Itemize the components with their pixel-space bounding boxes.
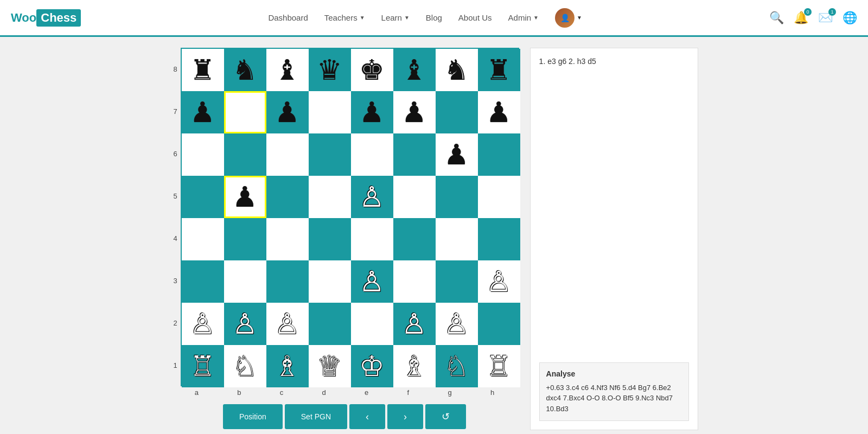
nav-admin[interactable]: Admin ▼ <box>508 13 539 22</box>
logo-woo: Woo <box>11 11 36 25</box>
square-g2[interactable]: ♙ <box>436 303 478 345</box>
square-e3[interactable]: ♙ <box>351 260 393 303</box>
square-a8[interactable]: ♜ <box>182 49 224 91</box>
square-f3[interactable] <box>393 260 436 303</box>
square-h5[interactable] <box>478 176 520 218</box>
square-e4[interactable] <box>351 218 393 260</box>
square-d5[interactable] <box>309 176 351 218</box>
square-d3[interactable] <box>309 260 351 303</box>
logo-chess: Chess <box>36 9 81 27</box>
square-b2[interactable]: ♙ <box>224 303 266 345</box>
main-content: 8 7 6 5 4 3 2 1 ♜♞♝♛♚♝♞♜♟♟♟♟♟♟♟♙♙♙♙♙♙♙♙♖… <box>0 37 868 434</box>
logo[interactable]: Woo Chess <box>11 9 81 27</box>
rank-4: 4 <box>173 234 177 242</box>
square-e5[interactable]: ♙ <box>351 176 393 218</box>
nav-about[interactable]: About Us <box>458 13 492 22</box>
search-button[interactable]: 🔍 <box>769 11 784 25</box>
square-b4[interactable] <box>224 218 266 260</box>
square-c2[interactable]: ♙ <box>266 303 309 345</box>
square-f8[interactable]: ♝ <box>393 49 436 91</box>
square-b3[interactable] <box>224 260 266 303</box>
file-a: a <box>195 388 199 397</box>
square-e7[interactable]: ♟ <box>351 91 393 133</box>
square-d1[interactable]: ♕ <box>309 345 351 387</box>
square-f1[interactable]: ♗ <box>393 345 436 387</box>
square-d4[interactable] <box>309 218 351 260</box>
square-g1[interactable]: ♘ <box>436 345 478 387</box>
board-wrapper: 8 7 6 5 4 3 2 1 ♜♞♝♛♚♝♞♜♟♟♟♟♟♟♟♙♙♙♙♙♙♙♙♖… <box>170 48 519 386</box>
header: Woo Chess Dashboard Teachers ▼ Learn ▼ B… <box>0 0 868 37</box>
square-c1[interactable]: ♗ <box>266 345 309 387</box>
square-e6[interactable] <box>351 133 393 176</box>
user-avatar-area[interactable]: 👤 ▼ <box>555 8 582 28</box>
square-g3[interactable] <box>436 260 478 303</box>
square-c7[interactable]: ♟ <box>266 91 309 133</box>
square-c3[interactable] <box>266 260 309 303</box>
square-h8[interactable]: ♜ <box>478 49 520 91</box>
square-g5[interactable] <box>436 176 478 218</box>
square-h1[interactable]: ♖ <box>478 345 520 387</box>
nav-teachers[interactable]: Teachers ▼ <box>324 13 365 22</box>
square-g7[interactable] <box>436 91 478 133</box>
square-d7[interactable] <box>309 91 351 133</box>
square-e2[interactable] <box>351 303 393 345</box>
square-g8[interactable]: ♞ <box>436 49 478 91</box>
square-f5[interactable] <box>393 176 436 218</box>
rank-6: 6 <box>173 150 177 158</box>
next-button[interactable]: › <box>387 404 423 429</box>
square-b5[interactable]: ♟ <box>224 176 266 218</box>
square-a4[interactable] <box>182 218 224 260</box>
square-b1[interactable]: ♘ <box>224 345 266 387</box>
square-h3[interactable]: ♙ <box>478 260 520 303</box>
set-pgn-button[interactable]: Set PGN <box>285 404 347 429</box>
square-a6[interactable] <box>182 133 224 176</box>
side-panel: 1. e3 g6 2. h3 d5 Analyse +0.63 3.c4 c6 … <box>530 48 698 430</box>
square-h4[interactable] <box>478 218 520 260</box>
nav-learn[interactable]: Learn ▼ <box>381 13 410 22</box>
chess-board: ♜♞♝♛♚♝♞♜♟♟♟♟♟♟♟♙♙♙♙♙♙♙♙♖♘♗♕♔♗♘♖ <box>181 48 519 386</box>
square-c4[interactable] <box>266 218 309 260</box>
square-c6[interactable] <box>266 133 309 176</box>
square-f7[interactable]: ♟ <box>393 91 436 133</box>
move-text: 1. e3 g6 2. h3 d5 <box>539 57 689 66</box>
square-b6[interactable] <box>224 133 266 176</box>
square-d6[interactable] <box>309 133 351 176</box>
square-d8[interactable]: ♛ <box>309 49 351 91</box>
notifications-button[interactable]: 🔔 0 <box>794 11 808 25</box>
square-a1[interactable]: ♖ <box>182 345 224 387</box>
square-h6[interactable] <box>478 133 520 176</box>
rank-8: 8 <box>173 65 177 73</box>
avatar-chevron-icon: ▼ <box>577 15 582 21</box>
square-b8[interactable]: ♞ <box>224 49 266 91</box>
square-h7[interactable]: ♟ <box>478 91 520 133</box>
square-f2[interactable]: ♙ <box>393 303 436 345</box>
file-c: c <box>280 388 284 397</box>
square-e8[interactable]: ♚ <box>351 49 393 91</box>
square-c5[interactable] <box>266 176 309 218</box>
square-f6[interactable] <box>393 133 436 176</box>
square-a3[interactable] <box>182 260 224 303</box>
teachers-chevron-icon: ▼ <box>360 15 365 21</box>
square-f4[interactable] <box>393 218 436 260</box>
nav-dashboard[interactable]: Dashboard <box>268 13 308 22</box>
header-right: 🔍 🔔 0 ✉️ 1 🌐 <box>769 11 857 25</box>
square-a7[interactable]: ♟ <box>182 91 224 133</box>
square-d2[interactable] <box>309 303 351 345</box>
square-b7[interactable] <box>224 91 266 133</box>
prev-button[interactable]: ‹ <box>349 404 385 429</box>
square-a5[interactable] <box>182 176 224 218</box>
messages-button[interactable]: ✉️ 1 <box>818 11 833 25</box>
avatar-image: 👤 <box>555 8 575 28</box>
reset-button[interactable]: ↺ <box>425 404 466 429</box>
square-a2[interactable]: ♙ <box>182 303 224 345</box>
position-button[interactable]: Position <box>223 404 283 429</box>
square-g6[interactable]: ♟ <box>436 133 478 176</box>
square-g4[interactable] <box>436 218 478 260</box>
square-e1[interactable]: ♔ <box>351 345 393 387</box>
nav-blog[interactable]: Blog <box>426 13 442 22</box>
analyse-title: Analyse <box>546 369 682 378</box>
square-c8[interactable]: ♝ <box>266 49 309 91</box>
square-h2[interactable] <box>478 303 520 345</box>
globe-button[interactable]: 🌐 <box>843 11 857 25</box>
avatar[interactable]: 👤 <box>555 8 575 28</box>
